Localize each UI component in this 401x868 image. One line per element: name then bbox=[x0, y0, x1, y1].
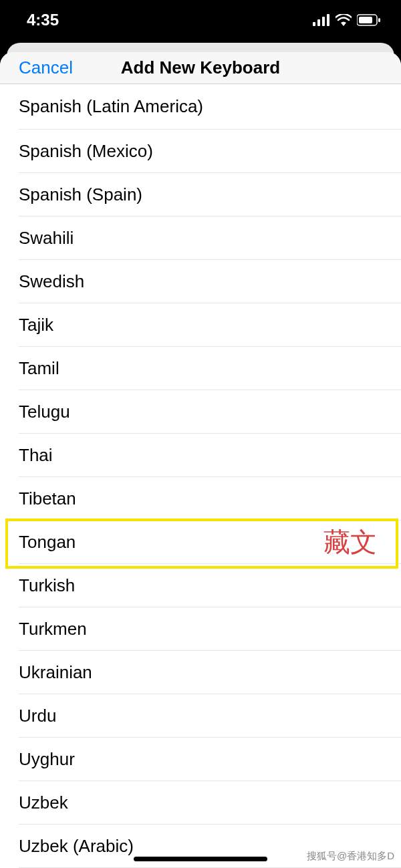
home-indicator[interactable] bbox=[134, 857, 267, 861]
status-bar: 4:35 bbox=[0, 0, 401, 40]
keyboard-label: Uzbek (Arabic) bbox=[19, 836, 134, 857]
keyboard-label: Swedish bbox=[19, 271, 84, 292]
status-icons bbox=[313, 14, 381, 26]
svg-rect-6 bbox=[378, 18, 380, 22]
keyboard-label: Turkmen bbox=[19, 619, 87, 639]
list-item[interactable]: Thai bbox=[19, 434, 401, 477]
nav-bar: Cancel Add New Keyboard bbox=[0, 52, 401, 84]
list-item[interactable]: Tamil bbox=[19, 347, 401, 390]
svg-rect-2 bbox=[322, 17, 325, 26]
list-item[interactable]: Spanish (Latin America) bbox=[19, 84, 401, 130]
battery-icon bbox=[357, 14, 381, 26]
list-item[interactable]: Swedish bbox=[19, 260, 401, 303]
keyboard-label: Tamil bbox=[19, 358, 59, 379]
keyboard-label: Uzbek bbox=[19, 792, 68, 813]
keyboard-label: Spanish (Spain) bbox=[19, 184, 142, 205]
svg-rect-3 bbox=[327, 14, 329, 26]
list-item[interactable]: Telugu bbox=[19, 390, 401, 434]
add-keyboard-modal: Cancel Add New Keyboard Spanish (Latin A… bbox=[0, 52, 401, 868]
list-item[interactable]: Turkish bbox=[19, 564, 401, 607]
cancel-button[interactable]: Cancel bbox=[19, 57, 73, 78]
svg-rect-1 bbox=[317, 19, 320, 26]
list-item[interactable]: Tajik bbox=[19, 303, 401, 347]
wifi-icon bbox=[336, 14, 352, 26]
list-item[interactable]: Tongan bbox=[19, 521, 401, 564]
list-item[interactable]: Uyghur bbox=[19, 738, 401, 781]
cellular-icon bbox=[313, 14, 330, 26]
keyboard-label: Spanish (Mexico) bbox=[19, 141, 153, 162]
list-item[interactable]: Swahili bbox=[19, 216, 401, 260]
keyboard-label: Urdu bbox=[19, 706, 56, 726]
keyboard-label: Telugu bbox=[19, 402, 70, 422]
keyboard-label: Thai bbox=[19, 445, 53, 466]
keyboard-list[interactable]: Spanish (Latin America) Spanish (Mexico)… bbox=[0, 84, 401, 868]
keyboard-label: Turkish bbox=[19, 575, 75, 596]
keyboard-label: Tajik bbox=[19, 315, 53, 335]
svg-rect-0 bbox=[313, 22, 315, 26]
keyboard-label: Spanish (Latin America) bbox=[19, 96, 203, 117]
list-item[interactable]: Spanish (Spain) bbox=[19, 173, 401, 216]
keyboard-label: Tongan bbox=[19, 532, 76, 553]
list-item[interactable]: Turkmen bbox=[19, 607, 401, 651]
status-time: 4:35 bbox=[27, 11, 59, 29]
list-item[interactable]: Tibetan bbox=[19, 477, 401, 521]
keyboard-label: Tibetan bbox=[19, 488, 76, 509]
keyboard-label: Swahili bbox=[19, 228, 74, 249]
svg-rect-5 bbox=[359, 17, 372, 23]
keyboard-label: Uyghur bbox=[19, 749, 75, 770]
watermark: 搜狐号@香港知多D bbox=[307, 850, 394, 863]
list-item[interactable]: Ukrainian bbox=[19, 651, 401, 694]
list-item[interactable]: Spanish (Mexico) bbox=[19, 130, 401, 173]
list-item[interactable]: Urdu bbox=[19, 694, 401, 738]
keyboard-label: Ukrainian bbox=[19, 662, 92, 683]
list-item[interactable]: Uzbek bbox=[19, 781, 401, 825]
